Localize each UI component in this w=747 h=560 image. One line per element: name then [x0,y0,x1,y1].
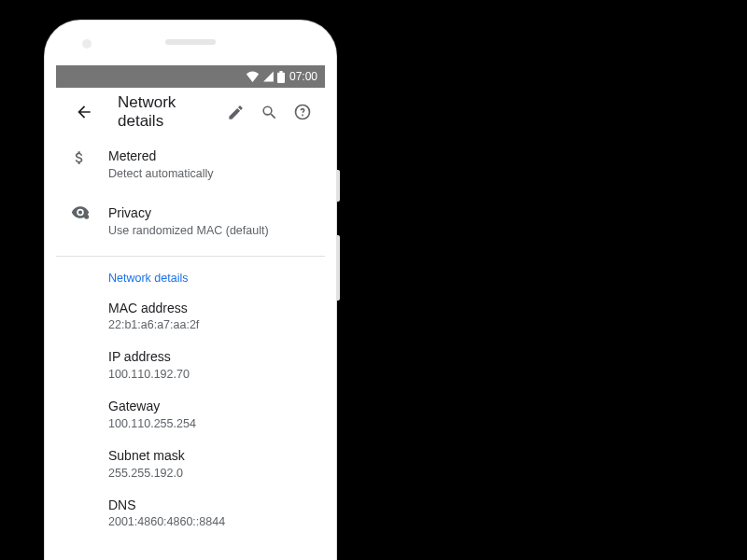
edit-button[interactable] [218,95,252,129]
detail-title: Subnet mask [108,447,310,465]
detail-title: Gateway [108,398,310,415]
detail-gateway: Gateway 100.110.255.254 [56,390,325,440]
detail-ip-address: IP address 100.110.192.70 [56,341,325,390]
detail-dns: DNS 2001:4860:4860::8844 [56,489,325,539]
back-button[interactable] [67,95,101,129]
setting-subtitle: Detect automatically [108,166,310,182]
privacy-icon [71,204,108,223]
phone-frame: 07:00 Network details [45,21,336,560]
detail-title: DNS [108,497,310,514]
divider [56,256,325,257]
svg-point-0 [84,214,89,218]
app-bar: Network details [56,88,325,136]
setting-title: Privacy [108,204,310,222]
side-button [336,235,340,301]
page-title: Network details [118,93,218,131]
setting-title: Metered [108,147,310,165]
detail-title: MAC address [108,300,310,317]
search-button[interactable] [252,95,286,129]
screen: 07:00 Network details [56,65,325,560]
setting-privacy[interactable]: Privacy Use randomized MAC (default) [56,193,325,250]
detail-value: 100.110.255.254 [108,416,310,432]
help-button[interactable] [286,95,319,129]
dollar-icon [71,147,108,170]
setting-metered[interactable]: Metered Detect automatically [56,136,325,193]
content-scroll[interactable]: Metered Detect automatically Privacy Use… [56,136,325,560]
detail-title: IP address [108,348,310,366]
status-bar: 07:00 [56,65,325,88]
section-header: Network details [56,259,325,292]
detail-subnet-mask: Subnet mask 255.255.192.0 [56,440,325,489]
battery-icon [277,71,285,83]
cell-signal-icon [262,71,275,82]
status-time: 07:00 [289,70,317,83]
side-button [336,170,340,202]
detail-value: 22:b1:a6:a7:aa:2f [108,317,310,333]
wifi-icon [246,71,260,82]
detail-mac-address: MAC address 22:b1:a6:a7:aa:2f [56,292,325,342]
detail-value: 100.110.192.70 [108,367,310,383]
detail-value: 2001:4860:4860::8844 [108,514,310,530]
setting-subtitle: Use randomized MAC (default) [108,223,310,239]
detail-value: 255.255.192.0 [108,466,310,482]
